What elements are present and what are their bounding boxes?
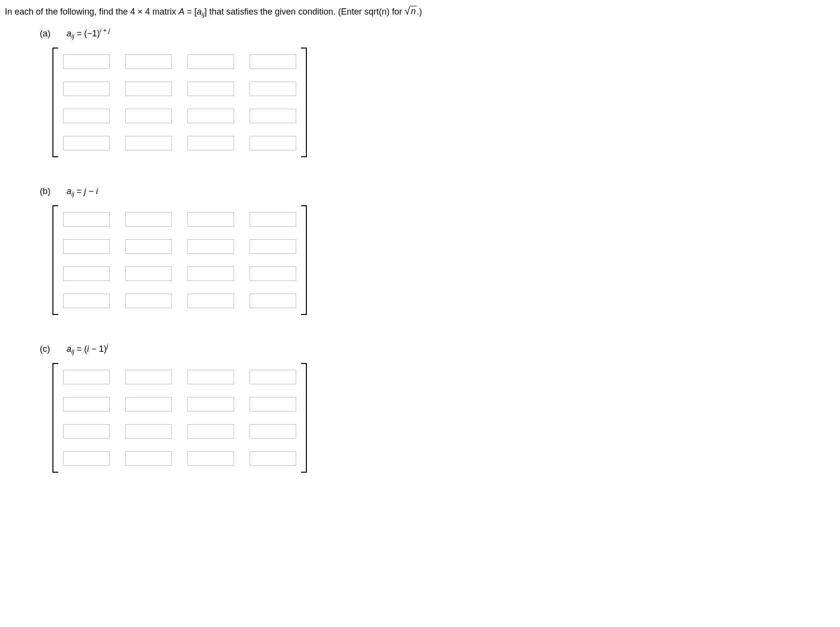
matrix-cell[interactable] bbox=[250, 424, 296, 439]
part-a-exp: i + j bbox=[100, 27, 110, 34]
matrix-cell[interactable] bbox=[125, 239, 172, 254]
part-c-lhs-ij: ij bbox=[71, 348, 74, 355]
part-a: (a) aij = (−1)i + j bbox=[40, 29, 835, 157]
part-c-mid: − 1) bbox=[89, 344, 107, 354]
matrix-cell[interactable] bbox=[187, 370, 234, 384]
part-b-lhs-a: a bbox=[67, 186, 71, 196]
matrix-cell[interactable] bbox=[125, 294, 172, 308]
matrix-cell[interactable] bbox=[250, 136, 296, 150]
bracket-left-icon bbox=[52, 48, 58, 157]
matrix-cell[interactable] bbox=[187, 212, 234, 227]
matrix-cell[interactable] bbox=[125, 109, 172, 123]
bracket-right-icon bbox=[301, 48, 307, 157]
matrix-cell[interactable] bbox=[63, 370, 110, 384]
matrix-cell[interactable] bbox=[63, 451, 110, 466]
matrix-cell[interactable] bbox=[63, 397, 110, 412]
bracket-right-icon bbox=[301, 363, 307, 473]
intro-end: .) bbox=[417, 7, 422, 16]
matrix-cell[interactable] bbox=[187, 424, 234, 439]
intro-close: ] that satisfies the given condition. (E… bbox=[204, 7, 404, 16]
intro-ij: ij bbox=[202, 11, 204, 18]
part-a-label: (a) bbox=[40, 29, 64, 39]
matrix-cell[interactable] bbox=[250, 294, 296, 308]
part-c-lhs-a: a bbox=[67, 344, 71, 354]
matrix-cell[interactable] bbox=[125, 266, 172, 281]
part-c-label: (c) bbox=[40, 344, 64, 354]
matrix-cell[interactable] bbox=[250, 451, 296, 466]
matrix-cell[interactable] bbox=[250, 82, 296, 96]
intro-A: A bbox=[179, 7, 185, 16]
matrix-cell[interactable] bbox=[63, 424, 110, 439]
matrix-cell[interactable] bbox=[125, 136, 172, 150]
matrix-cell[interactable] bbox=[250, 212, 296, 227]
matrix-cell[interactable] bbox=[187, 82, 234, 96]
part-b-rhs: j − i bbox=[84, 186, 98, 196]
part-a-header: (a) aij = (−1)i + j bbox=[40, 29, 835, 39]
matrix-cell[interactable] bbox=[63, 266, 110, 281]
part-b-label: (b) bbox=[40, 186, 64, 197]
part-b-header: (b) aij = j − i bbox=[40, 186, 835, 197]
matrix-cell[interactable] bbox=[125, 82, 172, 96]
matrix-cell[interactable] bbox=[250, 109, 296, 123]
part-c-exp: j bbox=[107, 342, 108, 349]
part-c-header: (c) aij = (i − 1)j bbox=[40, 344, 835, 354]
bracket-left-icon bbox=[52, 363, 58, 473]
matrix-cell[interactable] bbox=[63, 82, 110, 96]
part-c-eq: = bbox=[74, 344, 84, 354]
matrix-cell[interactable] bbox=[250, 239, 296, 254]
sqrt-icon: √n bbox=[404, 6, 417, 17]
part-b-eq: = bbox=[74, 186, 84, 196]
part-a-lhs-ij: ij bbox=[71, 33, 74, 40]
matrix-cell[interactable] bbox=[187, 109, 234, 123]
part-a-matrix bbox=[52, 48, 835, 157]
matrix-cell[interactable] bbox=[125, 451, 172, 466]
part-a-base: (−1) bbox=[84, 29, 100, 38]
matrix-cell[interactable] bbox=[125, 54, 172, 69]
matrix-cell[interactable] bbox=[125, 212, 172, 227]
part-b: (b) aij = j − i bbox=[40, 186, 835, 315]
matrix-cell[interactable] bbox=[63, 109, 110, 123]
matrix-cell[interactable] bbox=[187, 451, 234, 466]
intro-a: a bbox=[197, 7, 202, 16]
matrix-cell[interactable] bbox=[63, 212, 110, 227]
intro-text-1: In each of the following, find the 4 × 4… bbox=[5, 7, 179, 16]
bracket-right-icon bbox=[301, 205, 307, 315]
matrix-cell[interactable] bbox=[125, 424, 172, 439]
part-a-eq: = bbox=[74, 29, 84, 38]
matrix-cell[interactable] bbox=[187, 294, 234, 308]
matrix-cell[interactable] bbox=[187, 266, 234, 281]
matrix-cell[interactable] bbox=[250, 54, 296, 69]
part-a-lhs-a: a bbox=[67, 29, 71, 38]
part-c-matrix bbox=[52, 363, 835, 473]
matrix-cell[interactable] bbox=[250, 397, 296, 412]
matrix-cell[interactable] bbox=[63, 294, 110, 308]
matrix-cell[interactable] bbox=[125, 397, 172, 412]
part-b-lhs-ij: ij bbox=[71, 190, 74, 198]
matrix-cell[interactable] bbox=[63, 239, 110, 254]
part-c: (c) aij = (i − 1)j bbox=[40, 344, 835, 473]
part-b-matrix bbox=[52, 205, 835, 315]
matrix-cell[interactable] bbox=[187, 239, 234, 254]
problem-intro: In each of the following, find the 4 × 4… bbox=[5, 6, 835, 17]
matrix-cell[interactable] bbox=[63, 136, 110, 150]
matrix-cell[interactable] bbox=[187, 136, 234, 150]
matrix-cell[interactable] bbox=[250, 370, 296, 384]
matrix-cell[interactable] bbox=[187, 397, 234, 412]
matrix-cell[interactable] bbox=[187, 54, 234, 69]
intro-eq: = [ bbox=[185, 7, 197, 16]
bracket-left-icon bbox=[52, 205, 58, 315]
matrix-cell[interactable] bbox=[63, 54, 110, 69]
matrix-cell[interactable] bbox=[250, 266, 296, 281]
matrix-cell[interactable] bbox=[125, 370, 172, 384]
